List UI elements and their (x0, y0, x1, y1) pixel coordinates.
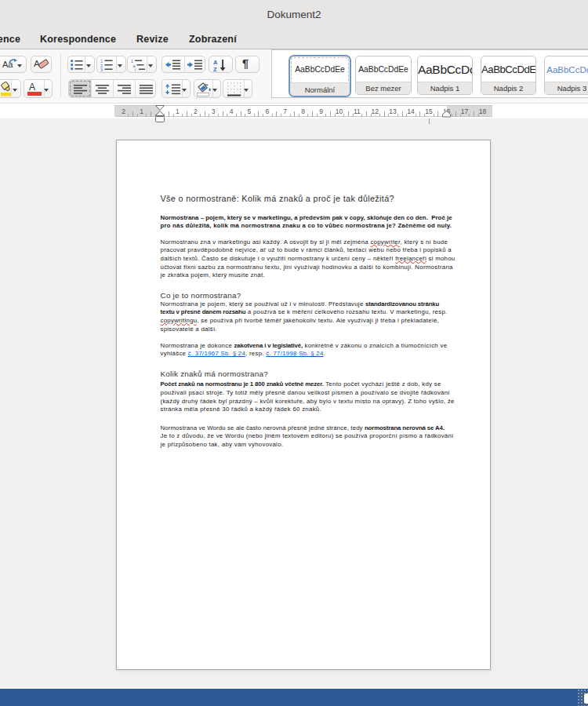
svg-text:Z: Z (213, 66, 217, 72)
svg-text:i: i (135, 67, 136, 71)
svg-text:3: 3 (100, 67, 103, 71)
